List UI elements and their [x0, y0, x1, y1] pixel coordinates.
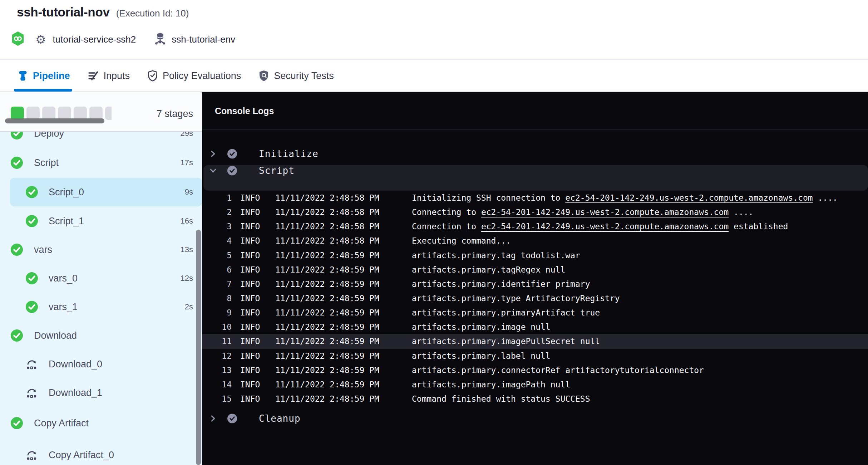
log-row: 12INFO11/11/2022 2:48:59 PMartifacts.pri…	[202, 349, 868, 363]
stage-row[interactable]: Script_09s	[0, 178, 202, 206]
log-text: artifacts.primary.imagePath null	[412, 380, 570, 389]
log-level: INFO	[240, 349, 260, 363]
vertical-scrollbar[interactable]	[196, 230, 201, 465]
log-timestamp: 11/11/2022 2:48:59 PM	[275, 363, 379, 378]
log-line-number: 15	[208, 392, 232, 406]
log-timestamp: 11/11/2022 2:48:59 PM	[275, 263, 379, 277]
stage-row[interactable]: Copy Artifact_0	[0, 441, 202, 465]
stage-row[interactable]: Download_0	[0, 350, 202, 378]
log-level: INFO	[240, 205, 260, 220]
stage-row[interactable]: vars_012s	[0, 264, 202, 293]
log-text: artifacts.primary.image null	[412, 322, 551, 332]
stage-row[interactable]: Script_116s	[0, 207, 202, 235]
log-level: INFO	[240, 191, 260, 205]
tab-policy-evaluations[interactable]: Policy Evaluations	[147, 61, 242, 91]
stage-row[interactable]: vars13s	[0, 235, 202, 264]
log-row: 10INFO11/11/2022 2:48:59 PMartifacts.pri…	[202, 320, 868, 334]
console-logs-title: Console Logs	[215, 106, 274, 116]
page-title: ssh-tutorial-nov	[17, 5, 110, 19]
log-level: INFO	[240, 363, 260, 378]
log-timestamp: 11/11/2022 2:48:59 PM	[275, 277, 379, 292]
stage-row[interactable]: Script17s	[0, 148, 202, 177]
log-row: 5INFO11/11/2022 2:48:59 PMartifacts.prim…	[202, 248, 868, 263]
environment-name[interactable]: ssh-tutorial-env	[172, 34, 235, 45]
stage-row[interactable]: Download_1	[0, 378, 202, 407]
stage-row[interactable]: vars_12s	[0, 293, 202, 321]
log-row: 2INFO11/11/2022 2:48:58 PMConnecting to …	[202, 205, 868, 220]
tab-pipeline[interactable]: Pipeline	[17, 61, 71, 91]
stage-row[interactable]: Copy Artifact	[0, 409, 202, 437]
log-level: INFO	[240, 234, 260, 248]
log-timestamp: 11/11/2022 2:48:59 PM	[275, 392, 379, 406]
stage-duration: 29s	[181, 132, 193, 138]
log-level: INFO	[240, 377, 260, 392]
log-line-number: 11	[208, 334, 232, 349]
stage-duration: 2s	[185, 302, 193, 312]
stage-label: Script_0	[49, 187, 84, 198]
log-timestamp: 11/11/2022 2:48:58 PM	[275, 191, 379, 205]
stage-duration: 17s	[181, 158, 193, 167]
log-line-number: 8	[208, 291, 232, 306]
log-row: 9INFO11/11/2022 2:48:59 PMartifacts.prim…	[202, 305, 868, 320]
log-message: Executing command...	[412, 234, 511, 248]
loop-group-icon	[26, 449, 38, 461]
log-message: Command finished with status SUCCESS	[412, 392, 590, 406]
log-text: artifacts.primary.label null	[412, 351, 551, 361]
title-row: ssh-tutorial-nov (Execution Id: 10)	[17, 5, 189, 19]
log-message: Connecting to ec2-54-201-142-249.us-west…	[412, 205, 753, 220]
log-line-number: 13	[208, 363, 232, 378]
stage-label: vars_1	[49, 302, 78, 313]
log-row: 11INFO11/11/2022 2:48:59 PMartifacts.pri…	[202, 334, 868, 349]
log-text: Executing command...	[412, 236, 511, 245]
log-text: artifacts.primary.tag todolist.war	[412, 251, 580, 260]
stage-duration: 13s	[181, 245, 193, 254]
log-message: artifacts.primary.imagePullSecret null	[412, 334, 600, 349]
stage-progress-square	[11, 107, 24, 120]
check-circle-icon	[26, 272, 38, 284]
log-section-label: Initialize	[259, 148, 319, 159]
log-text: artifacts.primary.primaryArtifact true	[412, 308, 600, 317]
check-circle-icon	[26, 301, 38, 313]
success-badge-icon	[227, 166, 237, 176]
log-level: INFO	[240, 320, 260, 334]
log-host-link[interactable]: ec2-54-201-142-249.us-west-2.compute.ama…	[481, 207, 729, 217]
gear-icon: ⚙	[35, 34, 46, 45]
pipeline-execution-page: ssh-tutorial-nov (Execution Id: 10) ⚙ tu…	[0, 0, 868, 465]
log-timestamp: 11/11/2022 2:48:59 PM	[275, 377, 379, 392]
log-text: Command finished with status SUCCESS	[412, 394, 590, 403]
execution-id-label: (Execution Id: 10)	[116, 8, 189, 19]
log-section-cleanup[interactable]: Cleanup	[202, 411, 868, 426]
stage-label: Download_0	[49, 359, 102, 370]
log-text: Connection to	[412, 222, 481, 231]
log-timestamp: 11/11/2022 2:48:59 PM	[275, 291, 379, 306]
console-logs-panel: Console Logs Initialize Script 1INFO11/1…	[202, 92, 868, 465]
stage-row[interactable]: Deploy29s	[0, 132, 202, 148]
log-host-link[interactable]: ec2-54-201-142-249.us-west-2.compute.ama…	[481, 222, 729, 231]
loop-group-icon	[26, 358, 38, 370]
log-timestamp: 11/11/2022 2:48:58 PM	[275, 219, 379, 234]
log-section-initialize[interactable]: Initialize	[202, 146, 868, 162]
log-row: 14INFO11/11/2022 2:48:59 PMartifacts.pri…	[202, 377, 868, 392]
log-level: INFO	[240, 277, 260, 292]
check-circle-icon	[26, 186, 38, 198]
log-row: 8INFO11/11/2022 2:48:59 PMartifacts.prim…	[202, 291, 868, 306]
stage-list: Deploy29sScript17sScript_09sScript_116sv…	[0, 132, 202, 465]
stage-progress-square	[105, 107, 112, 120]
log-level: INFO	[240, 248, 260, 263]
log-text: artifacts.primary.imagePullSecret null	[412, 337, 600, 346]
stage-label: Download_1	[49, 387, 102, 398]
log-host-link[interactable]: ec2-54-201-142-249.us-west-2.compute.ama…	[565, 193, 813, 202]
log-message: artifacts.primary.connectorRef artifacto…	[412, 363, 704, 378]
check-circle-icon	[11, 132, 23, 140]
service-name[interactable]: tutorial-service-ssh2	[53, 34, 136, 45]
log-row: 7INFO11/11/2022 2:48:59 PMartifacts.prim…	[202, 277, 868, 292]
log-row: 3INFO11/11/2022 2:48:58 PMConnection to …	[202, 219, 868, 234]
log-message: artifacts.primary.tagRegex null	[412, 263, 565, 277]
log-message: Connection to ec2-54-201-142-249.us-west…	[412, 219, 788, 234]
log-section-script[interactable]: Script	[202, 163, 868, 178]
horizontal-scrollbar[interactable]	[5, 118, 104, 123]
tab-security-tests[interactable]: Security Tests	[258, 61, 335, 91]
tab-inputs[interactable]: Inputs	[87, 61, 131, 91]
stage-row[interactable]: Download	[0, 321, 202, 350]
log-message: artifacts.primary.type ArtifactoryRegist…	[412, 291, 620, 306]
